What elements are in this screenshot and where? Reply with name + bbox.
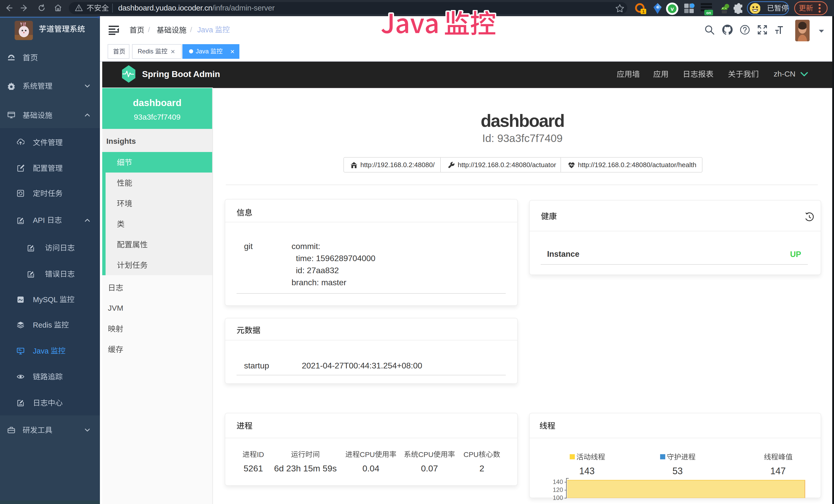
svg-text:1: 1 (642, 9, 644, 14)
svg-text:on: on (706, 10, 711, 15)
svg-text:v: v (671, 6, 674, 12)
